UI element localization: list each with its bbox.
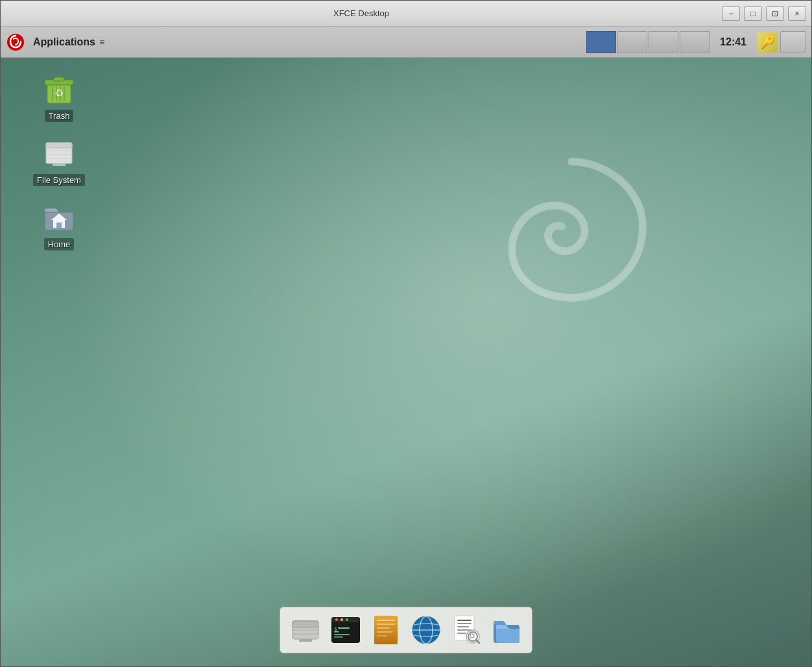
workspace-2-button[interactable] bbox=[617, 31, 647, 53]
home-desktop-icon[interactable]: Home bbox=[33, 199, 85, 250]
svg-rect-20 bbox=[293, 621, 318, 627]
bottom-dock: $ bbox=[280, 607, 532, 653]
home-label: Home bbox=[44, 238, 75, 250]
svg-point-26 bbox=[335, 618, 338, 621]
desktop: ♻ Trash bbox=[1, 58, 811, 666]
home-icon bbox=[41, 199, 77, 236]
filesystem-icon bbox=[41, 135, 77, 171]
svg-rect-32 bbox=[334, 634, 350, 635]
svg-rect-33 bbox=[334, 637, 343, 638]
svg-rect-18 bbox=[56, 223, 62, 228]
workspace-switcher bbox=[586, 31, 710, 53]
menu-icon: ≡ bbox=[99, 37, 104, 47]
desktop-icons: ♻ Trash bbox=[33, 71, 85, 250]
svg-rect-23 bbox=[299, 639, 312, 642]
dock-file-manager[interactable] bbox=[489, 612, 524, 648]
close-button[interactable]: × bbox=[788, 6, 806, 21]
debian-logo-icon bbox=[6, 32, 25, 52]
window: XFCE Desktop − □ ⊡ × Applications ≡ 12 bbox=[0, 0, 812, 667]
svg-rect-3 bbox=[54, 77, 64, 81]
dock-document-viewer[interactable] bbox=[449, 612, 484, 648]
svg-rect-46 bbox=[457, 620, 472, 621]
svg-point-28 bbox=[346, 618, 348, 621]
svg-rect-10 bbox=[46, 143, 72, 148]
svg-text:♻: ♻ bbox=[54, 88, 64, 99]
svg-rect-30 bbox=[338, 627, 350, 629]
svg-rect-47 bbox=[457, 623, 472, 624]
svg-rect-31 bbox=[334, 631, 339, 633]
svg-rect-40 bbox=[377, 635, 387, 637]
trash-label: Trash bbox=[45, 110, 74, 122]
applications-button[interactable]: Applications ≡ bbox=[28, 34, 110, 51]
clock: 12:41 bbox=[712, 36, 754, 48]
svg-rect-48 bbox=[457, 626, 469, 627]
top-panel: Applications ≡ 12:41 🔑 bbox=[1, 27, 811, 58]
applications-label: Applications bbox=[33, 36, 95, 48]
dock-notes[interactable] bbox=[368, 612, 403, 648]
svg-rect-37 bbox=[377, 624, 395, 625]
svg-point-27 bbox=[340, 618, 343, 621]
svg-line-53 bbox=[476, 640, 479, 643]
trash-icon: ♻ bbox=[41, 71, 77, 107]
notification-icon[interactable]: 🔑 bbox=[757, 32, 778, 53]
restore-button[interactable]: ⊡ bbox=[766, 6, 784, 21]
svg-rect-38 bbox=[377, 627, 390, 629]
dock-browser[interactable] bbox=[409, 612, 444, 648]
minimize-button[interactable]: − bbox=[722, 6, 740, 21]
svg-rect-50 bbox=[457, 633, 466, 634]
window-title: XFCE Desktop bbox=[6, 8, 717, 18]
dock-drive-manager[interactable] bbox=[288, 612, 323, 648]
filesystem-label: File System bbox=[33, 174, 85, 186]
user-button[interactable] bbox=[780, 31, 806, 53]
maximize-button[interactable]: □ bbox=[744, 6, 762, 21]
trash-desktop-icon[interactable]: ♻ Trash bbox=[33, 71, 85, 122]
debian-swirl-watermark bbox=[474, 149, 669, 356]
title-bar: XFCE Desktop − □ ⊡ × bbox=[1, 1, 811, 27]
filesystem-desktop-icon[interactable]: File System bbox=[33, 135, 85, 186]
title-bar-controls: − □ ⊡ × bbox=[722, 6, 806, 21]
workspace-4-button[interactable] bbox=[680, 31, 710, 53]
svg-rect-14 bbox=[53, 164, 66, 166]
workspace-1-button[interactable] bbox=[586, 31, 616, 53]
svg-rect-36 bbox=[377, 620, 395, 621]
workspace-3-button[interactable] bbox=[649, 31, 678, 53]
dock-terminal[interactable]: $ bbox=[328, 612, 363, 648]
svg-rect-39 bbox=[377, 631, 392, 633]
